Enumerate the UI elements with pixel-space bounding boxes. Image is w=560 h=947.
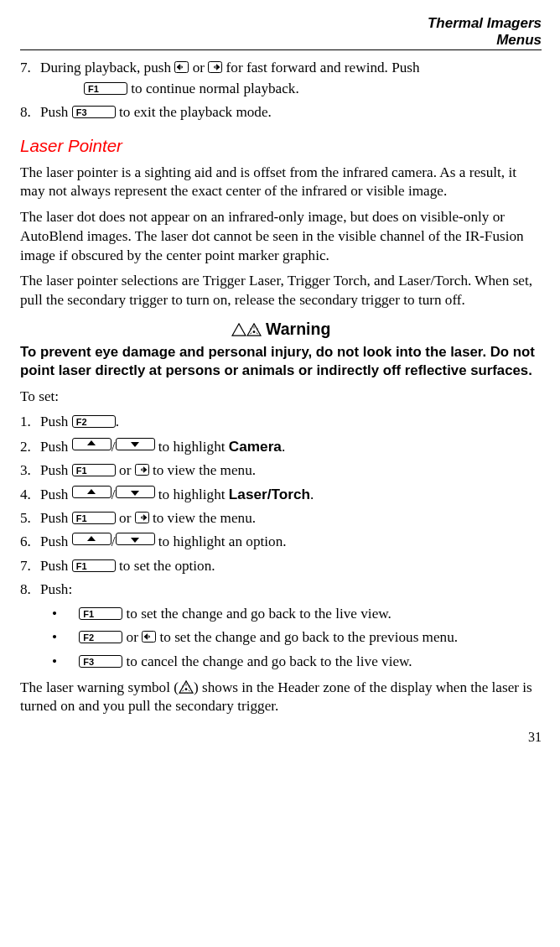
step-8: 8.Push: <box>20 580 542 600</box>
page-header: Thermal Imagers Menus <box>20 15 542 48</box>
f1-key: F1 <box>72 464 116 476</box>
right-arrow-icon <box>208 61 222 73</box>
left-arrow-icon <box>174 61 189 73</box>
step-6: 6.Push / to highlight an option. <box>20 533 542 552</box>
f3-key: F3 <box>79 655 122 668</box>
left-arrow-icon <box>142 631 156 643</box>
warning-triangle-icon <box>231 320 246 334</box>
right-arrow-icon <box>135 512 149 523</box>
f3-key: F3 <box>72 106 116 118</box>
step-3: 3.Push F1 or to view the menu. <box>20 461 542 481</box>
header-line2: Menus <box>20 32 542 49</box>
step-1: 1.Push F2. <box>20 413 542 432</box>
down-arrow-key <box>116 486 155 498</box>
page-number: 31 <box>20 728 542 746</box>
section-p3: The laser pointer selections are Trigger… <box>20 272 542 310</box>
intro-steps: 7.During playback, push or for fast forw… <box>20 59 542 122</box>
f1-key: F1 <box>72 559 116 572</box>
bullet-f2: F2 or to set the change and go back to t… <box>52 628 542 648</box>
step-5: 5.Push F1 or to view the menu. <box>20 509 542 528</box>
step-7: 7.Push F1 to set the option. <box>20 557 542 576</box>
header-line1: Thermal Imagers <box>20 15 542 32</box>
header-rule <box>20 49 542 50</box>
bullet-f1: F1 to set the change and go back to the … <box>52 605 542 624</box>
section-p1: The laser pointer is a sighting aid and … <box>20 164 542 201</box>
laser-triangle-icon <box>179 680 194 694</box>
up-arrow-key <box>72 486 111 498</box>
intro-step-8: 8.Push F3 to exit the playback mode. <box>20 103 542 122</box>
warning-body: To prevent eye damage and personal injur… <box>20 343 542 378</box>
up-arrow-key <box>72 438 111 450</box>
f1-key: F1 <box>84 82 127 95</box>
closing-paragraph: The laser warning symbol () shows in the… <box>20 679 542 716</box>
intro-step-7: 7.During playback, push or for fast forw… <box>20 59 542 98</box>
step-2: 2.Push / to highlight Camera. <box>20 437 542 457</box>
section-title: Laser Pointer <box>20 134 542 157</box>
section-p2: The laser dot does not appear on an infr… <box>20 208 542 265</box>
step8-bullets: F1 to set the change and go back to the … <box>20 605 542 672</box>
bullet-f3: F3 to cancel the change and go back to t… <box>52 653 542 672</box>
f2-key: F2 <box>72 415 116 428</box>
f1-key: F1 <box>72 512 116 524</box>
procedure-steps: 1.Push F2. 2.Push / to highlight Camera.… <box>20 413 542 599</box>
f2-key: F2 <box>79 631 122 643</box>
up-arrow-key <box>72 533 111 545</box>
warning-heading: Warning <box>20 319 542 341</box>
down-arrow-key <box>116 533 155 545</box>
down-arrow-key <box>116 438 155 450</box>
f1-key: F1 <box>79 607 122 620</box>
to-set-label: To set: <box>20 388 542 407</box>
laser-triangle-icon <box>246 320 262 334</box>
step-4: 4.Push / to highlight Laser/Torch. <box>20 485 542 505</box>
right-arrow-icon <box>135 464 149 476</box>
